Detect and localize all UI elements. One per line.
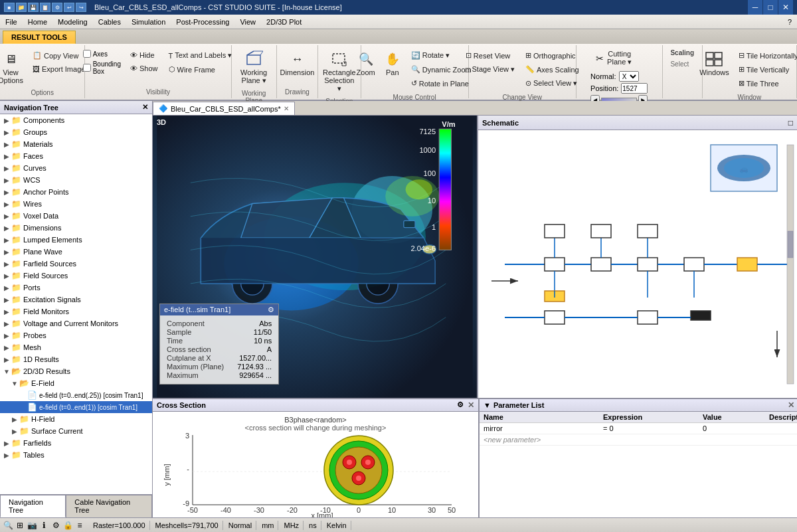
zoom-button[interactable]: 🔍 Zoom — [353, 48, 379, 78]
folder-icon: 📁 — [11, 330, 21, 341]
tree-item-tables[interactable]: ▶ 📁 Tables — [0, 449, 152, 461]
schematic-maximize-icon[interactable]: □ — [788, 118, 793, 128]
stage-view-button[interactable]: □ Stage View ▾ — [462, 63, 518, 76]
cross-section-settings-icon[interactable]: ⚙ — [457, 400, 464, 410]
nav-tree-close[interactable]: ✕ — [142, 103, 148, 112]
tree-item-farfield-sources[interactable]: ▶ 📁 Farfield Sources — [0, 258, 152, 270]
tree-item-components[interactable]: ▶ 📁 Components — [0, 114, 152, 126]
status-icon-camera[interactable]: 📷 — [27, 520, 37, 531]
position-input[interactable] — [621, 83, 648, 94]
info-settings-icon[interactable]: ⚙ — [268, 306, 274, 314]
parameter-list-close[interactable]: ✕ — [788, 400, 794, 410]
doc-tab-main[interactable]: 🔷 Bleu_Car_CBLS_ESD_allComps* ✕ — [153, 102, 295, 115]
close-button[interactable]: ✕ — [778, 0, 793, 15]
maximize-button[interactable]: □ — [763, 0, 778, 15]
tree-item-1d-results[interactable]: ▶ 📁 1D Results — [0, 353, 152, 365]
normal-select[interactable]: XYZ — [619, 71, 639, 82]
tree-item-anchor-points[interactable]: ▶ 📁 Anchor Points — [0, 186, 152, 198]
tree-item-materials[interactable]: ▶ 📁 Materials — [0, 138, 152, 150]
tree-item-farfields[interactable]: ▶ 📁 Farfields — [0, 437, 152, 449]
view-options-icon: 🖥 — [1, 50, 20, 68]
status-icon-grid[interactable]: ⊞ — [15, 520, 25, 531]
nav-tree-content[interactable]: ▶ 📁 Components ▶ 📁 Groups ▶ 📁 Materials … — [0, 114, 152, 494]
folder-icon: 📁 — [11, 354, 21, 365]
status-icon-settings[interactable]: ⚙ — [50, 520, 61, 531]
cross-section-panel: Cross Section ⚙ ✕ B3phase<random> <cross… — [153, 399, 480, 517]
param-row-new[interactable]: <new parameter> — [480, 434, 797, 446]
text-labels-button[interactable]: T Text and Labels ▾ — [165, 49, 236, 62]
cross-section-close[interactable]: ✕ — [468, 400, 474, 410]
tree-item-hfield[interactable]: ▶ 📁 H-Field — [0, 413, 152, 425]
tree-item-field-monitors[interactable]: ▶ 📁 Field Monitors — [0, 306, 152, 317]
working-plane-button[interactable]: WorkingPlane ▾ — [237, 48, 270, 87]
reset-view-button[interactable]: ⊡ Reset View — [462, 49, 518, 62]
view-options-button[interactable]: 🖥 ViewOptions — [0, 48, 27, 86]
status-icon-layers[interactable]: ≡ — [74, 520, 85, 531]
tree-item-mesh[interactable]: ▶ 📁 Mesh — [0, 341, 152, 353]
bounding-box-checkbox-label[interactable]: Bounding Box — [81, 60, 123, 76]
status-icon-info[interactable]: ℹ — [39, 520, 49, 531]
dimension-button[interactable]: ↔ Dimension — [276, 48, 317, 78]
axes-scaling-button[interactable]: 📏 Axes Scaling — [522, 63, 582, 76]
svg-line-1 — [247, 51, 254, 55]
menu-cables[interactable]: Cables — [93, 15, 126, 29]
menu-modeling[interactable]: Modeling — [52, 15, 93, 29]
menu-file[interactable]: File — [0, 15, 23, 29]
axes-checkbox[interactable] — [83, 50, 91, 58]
tree-item-curves[interactable]: ▶ 📁 Curves — [0, 162, 152, 174]
nav-tab-tree[interactable]: Navigation Tree — [0, 495, 66, 517]
info-row-cross-section: Cross section A — [167, 345, 272, 353]
doc-tab-close-icon[interactable]: ✕ — [284, 105, 289, 112]
tree-item-dimensions[interactable]: ▶ 📁 Dimensions — [0, 222, 152, 234]
minimize-button[interactable]: ─ — [748, 0, 762, 15]
tree-item-efield[interactable]: ▼ 📂 E-Field — [0, 377, 152, 389]
tree-item-wires[interactable]: ▶ 📁 Wires — [0, 198, 152, 210]
tree-item-voxel-data[interactable]: ▶ 📁 Voxel Data — [0, 210, 152, 222]
menu-home[interactable]: Home — [23, 15, 52, 29]
tree-item-2d3d-results[interactable]: ▼ 📂 2D/3D Results — [0, 365, 152, 377]
tree-item-faces[interactable]: ▶ 📁 Faces — [0, 150, 152, 162]
select-view-button[interactable]: ⊙ Select View ▾ — [522, 77, 582, 90]
tree-item-voltage-current-monitors[interactable]: ▶ 📁 Voltage and Current Monitors — [0, 317, 152, 329]
tree-item-ports[interactable]: ▶ 📁 Ports — [0, 282, 152, 294]
menu-simulation[interactable]: Simulation — [126, 15, 171, 29]
menu-help[interactable]: ? — [782, 15, 797, 29]
tree-item-groups[interactable]: ▶ 📁 Groups — [0, 126, 152, 138]
tree-item-surface-current[interactable]: ▶ 📁 Surface Current — [0, 425, 152, 437]
tile-three-button[interactable]: ⊠ Tile Three — [735, 77, 797, 90]
tree-item-probes[interactable]: ▶ 📁 Probes — [0, 329, 152, 341]
menu-2d3dplot[interactable]: 2D/3D Plot — [261, 15, 307, 29]
axes-checkbox-label[interactable]: Axes — [81, 49, 123, 58]
tree-item-wcs[interactable]: ▶ 📁 WCS — [0, 174, 152, 186]
tree-item-efield-2[interactable]: 📄 e-field (t=0..end(1)) [cosim Tran1] — [0, 401, 152, 413]
tree-item-lumped-elements[interactable]: ▶ 📁 Lumped Elements — [0, 234, 152, 246]
menu-view[interactable]: View — [234, 15, 261, 29]
orthographic-button[interactable]: ⊞ Orthographic — [522, 49, 582, 62]
param-row-mirror[interactable]: mirror = 0 0 — [480, 423, 797, 434]
viewport-3d[interactable]: 3D — [153, 116, 478, 398]
tile-horizontally-button[interactable]: ⊟ Tile Horizontally — [735, 49, 797, 62]
tab-result-tools[interactable]: RESULT TOOLS — [3, 31, 76, 44]
svg-rect-62 — [787, 145, 794, 384]
file-icon: 📄 — [27, 390, 37, 400]
pan-button[interactable]: ✋ Pan — [380, 48, 405, 78]
tree-item-efield-1[interactable]: 📄 e-field (t=0..end(.25)) [cosim Tran1] — [0, 389, 152, 401]
hide-icon: 👁 — [130, 51, 137, 59]
tree-item-plane-wave[interactable]: ▶ 📁 Plane Wave — [0, 246, 152, 258]
status-icon-search[interactable]: 🔍 — [3, 520, 13, 531]
tree-item-excitation-signals[interactable]: ▶ 📁 Excitation Signals — [0, 294, 152, 306]
ribbon-group-drawing: ↔ Dimension Drawing — [277, 45, 318, 98]
status-icon-lock[interactable]: 🔒 — [62, 520, 73, 531]
svg-text:30: 30 — [428, 506, 436, 514]
windows-button[interactable]: Windows — [696, 48, 733, 78]
show-button[interactable]: 👁 Show — [127, 62, 161, 74]
wire-frame-button[interactable]: ⬡ Wire Frame — [165, 63, 236, 76]
hide-button[interactable]: 👁 Hide — [127, 49, 161, 61]
tree-item-field-sources[interactable]: ▶ 📁 Field Sources — [0, 270, 152, 282]
viewports: 3D — [153, 116, 797, 398]
menu-postprocessing[interactable]: Post-Processing — [171, 15, 234, 29]
cutting-plane-button[interactable]: ✂ CuttingPlane ▾ — [589, 48, 635, 68]
nav-tab-cable-tree[interactable]: Cable Navigation Tree — [66, 495, 152, 517]
tile-vertically-button[interactable]: ⊞ Tile Vertically — [735, 63, 797, 76]
bounding-box-checkbox[interactable] — [83, 64, 91, 72]
